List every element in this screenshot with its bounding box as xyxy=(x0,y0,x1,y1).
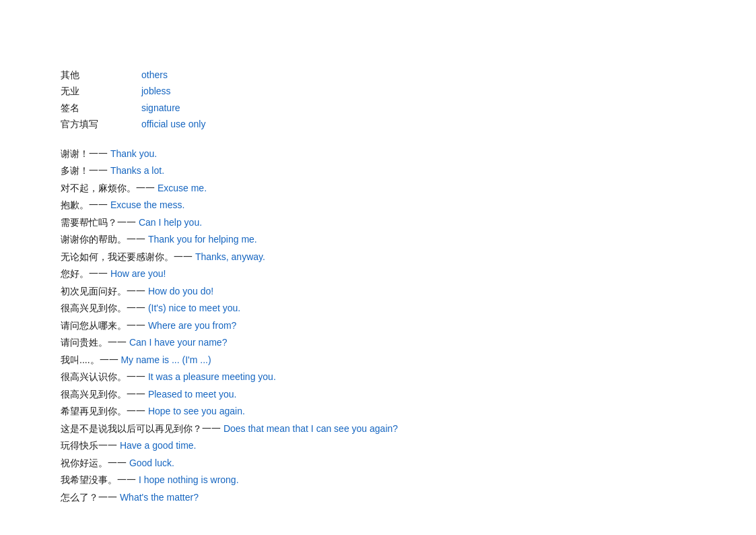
phrase-chinese: 玩得快乐一一 xyxy=(61,440,120,451)
phrase-chinese: 我希望没事。一一 xyxy=(61,474,139,485)
phrase-row: 我希望没事。一一 I hope nothing is wrong. xyxy=(61,472,695,489)
phrase-english: What's the matter? xyxy=(120,492,199,503)
vocab-row: 签名signature xyxy=(61,100,695,115)
phrase-row: 谢谢你的帮助。一一 Thank you for helping me. xyxy=(61,231,695,248)
phrase-english: How do you do! xyxy=(148,286,213,296)
phrase-english: Does that mean that I can see you again? xyxy=(224,423,398,434)
phrase-row: 请问您从哪来。一一 Where are you from? xyxy=(61,317,695,334)
vocab-english: others xyxy=(141,67,168,82)
phrase-chinese: 请问您从哪来。一一 xyxy=(61,320,148,331)
phrase-row: 抱歉。一一 Excuse the mess. xyxy=(61,197,695,214)
vocab-row: 其他others xyxy=(61,67,695,82)
phrase-chinese: 请问贵姓。一一 xyxy=(61,337,129,348)
phrase-chinese: 谢谢你的帮助。一一 xyxy=(61,234,148,245)
phrase-chinese: 很高兴见到你。一一 xyxy=(61,389,148,400)
phrase-row: 无论如何，我还要感谢你。一一 Thanks, anyway. xyxy=(61,249,695,265)
phrase-row: 玩得快乐一一 Have a good time. xyxy=(61,437,695,454)
phrase-english: Where are you from? xyxy=(148,320,237,331)
vocab-english: official use only xyxy=(141,117,205,131)
phrase-chinese: 需要帮忙吗？一一 xyxy=(61,217,139,228)
vocab-chinese: 其他 xyxy=(61,67,141,82)
vocab-row: 官方填写official use only xyxy=(61,117,695,131)
phrase-row: 祝你好运。一一 Good luck. xyxy=(61,455,695,472)
phrase-row: 希望再见到你。一一 Hope to see you again. xyxy=(61,403,695,420)
phrase-chinese: 抱歉。一一 xyxy=(61,199,110,210)
phrase-row: 您好。一一 How are you! xyxy=(61,265,695,282)
phrase-english: Thanks, anyway. xyxy=(195,251,265,262)
phrase-english: Excuse the mess. xyxy=(110,199,185,210)
phrase-row: 谢谢！一一 Thank you. xyxy=(61,146,695,162)
phrase-row: 我叫....。一一 My name is ... (I'm ...) xyxy=(61,352,695,369)
phrase-english: Excuse me. xyxy=(158,183,207,193)
phrase-english: Can I help you. xyxy=(139,217,202,228)
phrase-chinese: 您好。一一 xyxy=(61,268,110,279)
phrase-row: 很高兴见到你。一一 Pleased to meet you. xyxy=(61,386,695,403)
phrase-chinese: 谢谢！一一 xyxy=(61,148,110,159)
phrase-row: 很高兴认识你。一一 It was a pleasure meeting you. xyxy=(61,369,695,385)
phrase-english: Thank you. xyxy=(110,148,157,159)
phrase-chinese: 多谢！一一 xyxy=(61,165,110,176)
vocab-chinese: 无业 xyxy=(61,84,141,98)
phrase-row: 怎么了？一一 What's the matter? xyxy=(61,489,695,506)
phrase-english: Can I have your name? xyxy=(129,337,228,348)
phrase-english: My name is ... (I'm ...) xyxy=(121,354,211,365)
vocab-english: jobless xyxy=(141,84,171,98)
phrase-english: It was a pleasure meeting you. xyxy=(148,371,276,382)
phrases-section: 谢谢！一一 Thank you.多谢！一一 Thanks a lot.对不起，麻… xyxy=(61,146,695,506)
phrase-chinese: 初次见面问好。一一 xyxy=(61,286,148,296)
phrase-row: 对不起，麻烦你。一一 Excuse me. xyxy=(61,180,695,197)
phrase-chinese: 祝你好运。一一 xyxy=(61,458,129,468)
phrase-row: 请问贵姓。一一 Can I have your name? xyxy=(61,334,695,351)
phrase-row: 需要帮忙吗？一一 Can I help you. xyxy=(61,214,695,231)
phrase-row: 初次见面问好。一一 How do you do! xyxy=(61,283,695,300)
phrase-english: Thanks a lot. xyxy=(110,165,164,176)
phrase-english: Good luck. xyxy=(129,458,174,468)
phrase-chinese: 对不起，麻烦你。一一 xyxy=(61,183,158,193)
phrase-chinese: 无论如何，我还要感谢你。一一 xyxy=(61,251,195,262)
phrase-english: How are you! xyxy=(110,268,166,279)
phrase-english: Thank you for helping me. xyxy=(148,234,257,245)
phrase-row: 很高兴见到你。一一 (It's) nice to meet you. xyxy=(61,300,695,317)
phrase-english: I hope nothing is wrong. xyxy=(139,474,239,485)
vocab-english: signature xyxy=(141,100,180,115)
vocab-chinese: 签名 xyxy=(61,100,141,115)
vocab-chinese: 官方填写 xyxy=(61,117,141,131)
phrase-row: 多谢！一一 Thanks a lot. xyxy=(61,162,695,179)
phrase-english: Have a good time. xyxy=(120,440,197,451)
vocab-row: 无业jobless xyxy=(61,84,695,98)
phrase-chinese: 希望再见到你。一一 xyxy=(61,406,148,416)
phrase-english: Hope to see you again. xyxy=(148,406,245,416)
phrase-chinese: 很高兴见到你。一一 xyxy=(61,303,148,313)
phrase-chinese: 这是不是说我以后可以再见到你？一一 xyxy=(61,423,224,434)
phrase-chinese: 很高兴认识你。一一 xyxy=(61,371,148,382)
vocab-section: 其他others无业jobless签名signature官方填写official… xyxy=(61,67,695,132)
phrase-chinese: 怎么了？一一 xyxy=(61,492,120,503)
phrase-english: Pleased to meet you. xyxy=(148,389,237,400)
phrase-row: 这是不是说我以后可以再见到你？一一 Does that mean that I … xyxy=(61,420,695,437)
phrase-chinese: 我叫....。一一 xyxy=(61,354,121,365)
phrase-english: (It's) nice to meet you. xyxy=(148,303,240,313)
